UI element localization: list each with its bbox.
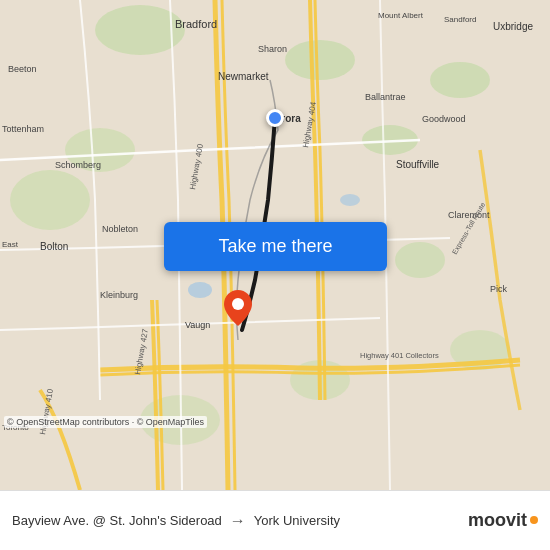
svg-text:Ballantrae: Ballantrae — [365, 92, 406, 102]
svg-point-5 — [10, 170, 90, 230]
svg-text:Vaugn: Vaugn — [185, 320, 210, 330]
svg-point-11 — [188, 282, 212, 298]
svg-point-1 — [285, 40, 355, 80]
svg-text:Highway 401 Collectors: Highway 401 Collectors — [360, 351, 439, 360]
svg-text:Bradford: Bradford — [175, 18, 217, 30]
svg-point-3 — [430, 62, 490, 98]
footer-destination: York University — [254, 513, 340, 528]
origin-marker — [266, 109, 284, 127]
footer-arrow-icon: → — [230, 512, 246, 530]
moovit-logo-dot — [530, 516, 538, 524]
footer-bar: Bayview Ave. @ St. John's Sideroad → Yor… — [0, 490, 550, 550]
svg-text:Beeton: Beeton — [8, 64, 37, 74]
svg-text:East: East — [2, 240, 19, 249]
svg-text:Bolton: Bolton — [40, 241, 68, 252]
svg-text:Sharon: Sharon — [258, 44, 287, 54]
svg-point-41 — [232, 298, 244, 310]
svg-text:Mount Albert: Mount Albert — [378, 11, 424, 20]
map-container: Bradford Sharon Newmarket Aurora Beeton … — [0, 0, 550, 490]
svg-text:Kleinburg: Kleinburg — [100, 290, 138, 300]
svg-text:Schomberg: Schomberg — [55, 160, 101, 170]
svg-text:Goodwood: Goodwood — [422, 114, 466, 124]
svg-point-12 — [340, 194, 360, 206]
moovit-logo-text: moovit — [468, 510, 527, 531]
svg-text:Uxbridge: Uxbridge — [493, 21, 533, 32]
destination-marker — [224, 290, 252, 330]
svg-text:Nobleton: Nobleton — [102, 224, 138, 234]
svg-text:Pick: Pick — [490, 284, 508, 294]
svg-point-7 — [395, 242, 445, 278]
moovit-logo: moovit — [468, 510, 538, 531]
svg-text:Claremont: Claremont — [448, 210, 490, 220]
svg-text:Newmarket: Newmarket — [218, 71, 269, 82]
svg-text:Sandford: Sandford — [444, 15, 476, 24]
map-attribution: © OpenStreetMap contributors · © OpenMap… — [4, 416, 207, 428]
svg-text:Stouffville: Stouffville — [396, 159, 440, 170]
footer-origin: Bayview Ave. @ St. John's Sideroad — [12, 513, 222, 528]
take-me-there-button[interactable]: Take me there — [164, 222, 387, 271]
svg-text:Tottenham: Tottenham — [2, 124, 44, 134]
